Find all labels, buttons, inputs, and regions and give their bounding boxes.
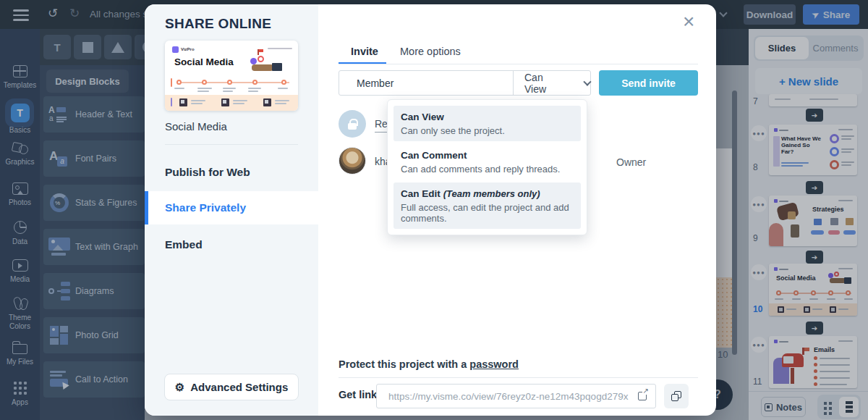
divider <box>165 144 298 145</box>
close-icon[interactable]: × <box>683 12 694 32</box>
tabs-divider <box>339 64 698 64</box>
modal-title: SHARE ONLINE <box>165 16 271 32</box>
lock-icon <box>348 123 357 130</box>
owner-avatar <box>339 147 366 175</box>
visme-editor: ↺ ↻ All changes saved Download ➤Share T … <box>0 0 868 420</box>
brand-logo-icon <box>172 46 179 53</box>
permission-dropdown: Can View Can only see the project. Can C… <box>387 99 587 235</box>
thumbnail-title: Social Media <box>174 56 234 67</box>
footer-divider <box>339 377 698 378</box>
tab-invite[interactable]: Invite <box>351 46 378 57</box>
tab-more-options[interactable]: More options <box>400 46 461 57</box>
share-link-field <box>376 384 656 408</box>
gear-icon: ⚙ <box>175 381 184 394</box>
restricted-avatar <box>339 110 366 138</box>
option-can-edit[interactable]: Can Edit(Team members only) Full access,… <box>393 182 581 229</box>
advanced-settings-button[interactable]: ⚙ Advanced Settings <box>164 374 299 400</box>
copy-icon <box>671 391 681 401</box>
menu-share-privately[interactable]: Share Privately <box>145 191 318 224</box>
invite-input-group: Can View <box>339 70 591 96</box>
open-link-icon[interactable] <box>638 392 647 400</box>
option-can-view[interactable]: Can View Can only see the project. <box>393 106 581 141</box>
send-invite-button[interactable]: Send invite <box>599 70 698 96</box>
permission-select[interactable]: Can View <box>513 71 590 95</box>
menu-embed[interactable]: Embed <box>145 229 318 261</box>
owner-role: Owner <box>616 156 646 168</box>
copy-link-button[interactable] <box>664 384 689 408</box>
restricted-label[interactable]: Re <box>375 118 388 133</box>
option-can-comment[interactable]: Can Comment Can add comments and reply t… <box>393 144 581 180</box>
menu-publish-for-web[interactable]: Publish for Web <box>145 156 318 188</box>
project-name: Social Media <box>165 120 227 133</box>
get-link-label: Get link <box>339 389 377 400</box>
share-modal-sidebar: SHARE ONLINE VizPro Social Media <box>145 4 318 416</box>
share-link-input[interactable] <box>377 390 638 403</box>
password-link[interactable]: password <box>469 358 519 370</box>
member-input[interactable] <box>339 77 513 89</box>
thumbnail-timeline <box>176 82 289 83</box>
password-protect-text: Protect this project with a password <box>339 358 519 370</box>
chevron-down-icon <box>584 77 592 85</box>
share-online-modal: SHARE ONLINE VizPro Social Media <box>145 4 716 416</box>
project-thumbnail: VizPro Social Media <box>165 41 298 111</box>
